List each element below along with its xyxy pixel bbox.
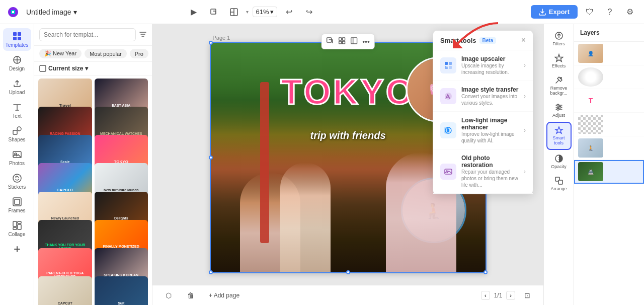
- svg-rect-5: [18, 32, 21, 36]
- svg-rect-27: [342, 41, 345, 44]
- tool-style-transfer[interactable]: Image style transfer Convert your images…: [433, 81, 533, 112]
- crop-tool-button[interactable]: [206, 4, 222, 20]
- sidebar-item-templates[interactable]: Templates: [3, 28, 31, 51]
- sidebar-item-text[interactable]: Text: [3, 99, 31, 122]
- sidebar-item-more[interactable]: [3, 241, 31, 257]
- template-panel: 🎉 New Year Most popular Pro Current size…: [34, 24, 152, 305]
- canvas-toolbar: •••: [321, 34, 375, 49]
- smart-tools-button[interactable]: Smart tools: [546, 122, 572, 150]
- template-thumb-16[interactable]: Suit: [95, 276, 148, 305]
- canva-logo[interactable]: [6, 5, 20, 19]
- canvas-grid-button[interactable]: [337, 36, 347, 47]
- tag-pro[interactable]: Pro: [130, 49, 148, 58]
- opacity-button[interactable]: Opacity: [546, 151, 572, 172]
- size-selector[interactable]: Current size ▾: [34, 62, 152, 75]
- canvas-action-delete[interactable]: 🗑: [183, 287, 199, 303]
- sidebar-item-frames[interactable]: Frames: [3, 194, 31, 216]
- effects-button[interactable]: Effects: [546, 50, 572, 71]
- export-button[interactable]: Export: [531, 5, 578, 19]
- page-navigation: ‹ 1/1 › ⊡: [481, 287, 535, 303]
- redo-button[interactable]: ↪: [301, 4, 317, 20]
- canvas-text-tokyo: TOKYO: [281, 72, 416, 112]
- tool-image-upscaler[interactable]: 4K Image upscaler Upscale images by incr…: [433, 50, 533, 81]
- svg-rect-25: [342, 38, 345, 40]
- beta-badge: Beta: [479, 37, 497, 44]
- sidebar-item-photos[interactable]: Photos: [3, 146, 31, 169]
- svg-rect-36: [558, 180, 562, 184]
- upscaler-icon: 4K: [440, 57, 456, 73]
- template-filter-button[interactable]: [139, 30, 147, 40]
- template-tags: 🎉 New Year Most popular Pro: [34, 46, 152, 62]
- sidebar-item-stickers[interactable]: Stickers: [3, 170, 31, 193]
- template-thumb-15[interactable]: CAPCUT: [38, 276, 92, 305]
- zoom-selector[interactable]: 61% ▾: [253, 7, 277, 17]
- remove-bg-button[interactable]: Remove backgr...: [546, 72, 572, 99]
- low-light-icon: [440, 122, 456, 138]
- chevron-down-icon: ▾: [246, 9, 249, 15]
- adjust-button[interactable]: Adjust: [546, 100, 572, 121]
- fit-page-button[interactable]: ⊡: [519, 287, 535, 303]
- doc-name-chevron: ▾: [73, 8, 77, 16]
- upscaler-text: Image upscaler Upscale images by increas…: [461, 55, 519, 75]
- filters-button[interactable]: Filters: [546, 28, 572, 49]
- tool-low-light[interactable]: Low-light image enhancer Improve low-lig…: [433, 112, 533, 149]
- svg-rect-0: [211, 9, 216, 14]
- canvas-layout-button[interactable]: [349, 36, 359, 47]
- template-search-input[interactable]: [39, 28, 136, 41]
- svg-point-32: [559, 106, 561, 108]
- svg-rect-4: [13, 32, 17, 36]
- shield-button[interactable]: 🛡: [582, 4, 598, 20]
- center-toolbar: ▶ ▾ 61% ▾ ↩ ↪: [186, 4, 317, 20]
- canvas-more-button[interactable]: •••: [361, 36, 371, 47]
- photo-restoration-icon: [440, 164, 456, 180]
- layer-item-2[interactable]: [574, 65, 644, 89]
- photo-restoration-arrow-icon: ›: [524, 168, 526, 175]
- svg-rect-19: [18, 221, 21, 223]
- sidebar-item-collage[interactable]: Collage: [3, 217, 31, 240]
- add-page-button[interactable]: + Add page: [205, 290, 244, 301]
- layer-item-4[interactable]: [574, 113, 644, 136]
- select-tool-button[interactable]: ▶: [186, 4, 202, 20]
- svg-rect-6: [13, 37, 17, 40]
- sidebar-item-design[interactable]: Design: [3, 52, 31, 74]
- svg-rect-40: [449, 66, 452, 69]
- right-sidebar: Filters Effects Remove backgr... Adjust: [543, 24, 574, 305]
- style-transfer-text: Image style transfer Convert your images…: [461, 86, 519, 106]
- tag-most-popular[interactable]: Most popular: [85, 49, 127, 58]
- arrange-button[interactable]: Arrange: [546, 173, 572, 194]
- prev-page-button[interactable]: ‹: [481, 291, 490, 300]
- layer-item-3[interactable]: T: [574, 89, 644, 113]
- undo-button[interactable]: ↩: [281, 4, 297, 20]
- svg-rect-38: [449, 62, 452, 65]
- settings-button[interactable]: ⚙: [622, 4, 638, 20]
- svg-rect-17: [15, 199, 20, 204]
- svg-point-30: [560, 77, 562, 79]
- layer-item-1[interactable]: 👤: [574, 42, 644, 65]
- svg-rect-7: [18, 37, 21, 40]
- layout-tool-button[interactable]: [226, 4, 242, 20]
- canvas-crop-button[interactable]: [325, 36, 335, 47]
- template-search-area: [34, 24, 152, 46]
- svg-text:4K: 4K: [446, 65, 449, 68]
- photo-restoration-text: Old photo restoration Repair your damage…: [461, 155, 519, 188]
- canvas-action-1[interactable]: ⬡: [160, 287, 177, 303]
- left-sidebar: Templates Design Upload Text: [0, 24, 34, 305]
- svg-rect-21: [13, 227, 17, 230]
- doc-name-button[interactable]: Page 1 Untitled image ▾: [26, 8, 77, 16]
- popup-close-button[interactable]: ×: [521, 36, 526, 45]
- tag-new-year[interactable]: 🎉 New Year: [39, 49, 82, 58]
- popup-title: Smart tools Beta: [440, 37, 496, 44]
- upscaler-arrow-icon: ›: [524, 62, 526, 69]
- next-page-button[interactable]: ›: [506, 291, 515, 300]
- svg-rect-24: [339, 38, 341, 40]
- svg-rect-26: [339, 41, 341, 44]
- page-label: Page 1: [210, 34, 233, 42]
- sidebar-item-upload[interactable]: Upload: [3, 75, 31, 98]
- layer-item-5[interactable]: 🧎: [574, 136, 644, 160]
- low-light-arrow-icon: ›: [524, 127, 526, 134]
- help-button[interactable]: ?: [602, 4, 618, 20]
- svg-rect-28: [351, 38, 357, 44]
- sidebar-item-shapes[interactable]: Shapes: [3, 123, 31, 145]
- layer-item-6[interactable]: 🏯: [574, 160, 644, 184]
- tool-photo-restoration[interactable]: Old photo restoration Repair your damage…: [433, 149, 533, 194]
